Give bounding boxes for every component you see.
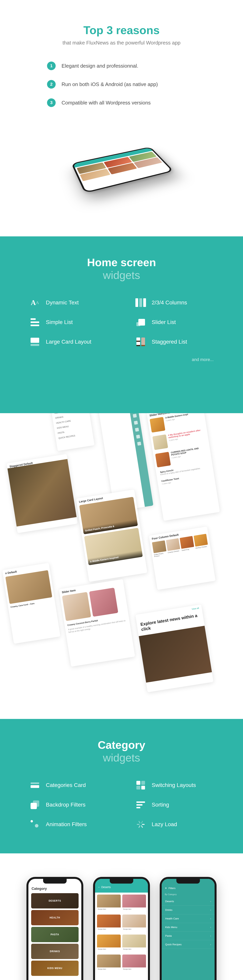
filter-item: Deserts› bbox=[162, 897, 214, 906]
section3-subtitle: widgets bbox=[103, 751, 140, 764]
filter-item: Health Care› bbox=[162, 914, 214, 923]
feature-staggered: Staggered List bbox=[135, 336, 214, 347]
backdrop-icon bbox=[29, 799, 40, 810]
categories-card-icon bbox=[29, 780, 40, 791]
top-reasons-section: Top 3 reasons that make FluxNews as the … bbox=[0, 0, 243, 236]
reason-3-text: Compatible with all Wordpress versions bbox=[62, 100, 151, 106]
screen-title: Filters bbox=[168, 887, 175, 889]
feature-sorting: Sorting bbox=[135, 799, 214, 810]
category-phones-row: Category DESERTS HEALTH PASTA DRINKS KID… bbox=[0, 853, 243, 980]
feature-columns: 2/3/4 Columns bbox=[135, 297, 214, 308]
feature-label: Dynamic Text bbox=[46, 299, 79, 306]
columns-icon bbox=[135, 297, 146, 308]
badge-1: 1 bbox=[47, 62, 56, 70]
reason-2: 2 Run on both iOS & Android (as native a… bbox=[47, 80, 196, 89]
category-widgets-section: Category widgets Categories Card Switchi… bbox=[0, 719, 243, 853]
spinner-icon bbox=[135, 819, 146, 830]
reason-2-text: Run on both iOS & Android (as native app… bbox=[62, 81, 158, 88]
and-more-label: and more... bbox=[29, 357, 214, 362]
badge-3: 3 bbox=[47, 99, 56, 107]
list-icon bbox=[29, 317, 40, 328]
phone-category-grid: ← Deserts Recipe item Recipe item Recipe… bbox=[93, 877, 150, 980]
feature-slider-list: Slider List bbox=[135, 317, 214, 328]
card-slider-item: Slider Item Creamy Coconut Berry Parfait… bbox=[59, 579, 135, 667]
switching-icon bbox=[135, 780, 146, 791]
feature-label: Slider List bbox=[152, 319, 176, 325]
widgets-collage: My Wishlist Logout BY CATEGORY DESERTS D… bbox=[0, 413, 243, 719]
filter-item: Quick Recipes› bbox=[162, 940, 214, 949]
feature-label: Categories Card bbox=[46, 782, 86, 788]
card-menu-drawer: My Wishlist Logout BY CATEGORY DESERTS D… bbox=[49, 413, 95, 451]
feature-dynamic-text: AA Dynamic Text bbox=[29, 297, 108, 308]
feature-simple-list: Simple List bbox=[29, 317, 108, 328]
feature-lazy-load: Lazy Load bbox=[135, 819, 214, 830]
category-row: KIDS MENU bbox=[31, 961, 79, 976]
card-four-column: Four Column Default Grilled Peach, Prosc… bbox=[149, 527, 216, 590]
reason-1-text: Elegant design and professionnal. bbox=[62, 63, 138, 69]
reason-1: 1 Elegant design and professionnal. bbox=[47, 62, 196, 70]
section2-title: Home screen bbox=[87, 256, 156, 269]
category-row: DESERTS bbox=[31, 893, 79, 908]
feature-label: 2/3/4 Columns bbox=[152, 299, 187, 306]
large-card-icon bbox=[29, 336, 40, 347]
category-row: HEALTH bbox=[31, 910, 79, 925]
filter-item: Kids Menu› bbox=[162, 923, 214, 932]
section-label: By Category bbox=[162, 892, 214, 897]
home-features-grid: AA Dynamic Text 2/3/4 Columns Simple Lis… bbox=[29, 297, 214, 347]
feature-switching-layouts: Switching Layouts bbox=[135, 780, 214, 791]
home-widgets-section: Home screen widgets AA Dynamic Text 2/3/… bbox=[0, 236, 243, 413]
animation-icon bbox=[29, 819, 40, 830]
staggered-icon bbox=[135, 336, 146, 347]
reason-3: 3 Compatible with all Wordpress versions bbox=[47, 99, 196, 107]
phone-filters: ✕ Filters By Category Deserts› Drinks› H… bbox=[160, 877, 216, 980]
filter-item: Drinks› bbox=[162, 906, 214, 914]
screen-title: Deserts bbox=[101, 886, 111, 889]
card-column-default: n Default Creamy, Cara Curd – Cara bbox=[2, 563, 60, 644]
card-staggered: Staggered Default bbox=[7, 454, 78, 533]
feature-label: Backdrop Filters bbox=[46, 802, 86, 808]
feature-label: Switching Layouts bbox=[152, 782, 196, 788]
filter-item: Pasta› bbox=[162, 932, 214, 940]
feature-label: Lazy Load bbox=[152, 821, 177, 827]
feature-categories-card: Categories Card bbox=[29, 780, 108, 791]
feature-animation-filters: Animation Filters bbox=[29, 819, 108, 830]
main-title: Top 3 reasons bbox=[84, 24, 160, 37]
section2-heading: Home screen widgets bbox=[87, 256, 156, 282]
hero-phone-mockup bbox=[55, 123, 188, 217]
phone-category-list: Category DESERTS HEALTH PASTA DRINKS KID… bbox=[27, 877, 83, 980]
feature-backdrop-filters: Backdrop Filters bbox=[29, 799, 108, 810]
feature-label: Large Card Layout bbox=[46, 339, 91, 345]
category-row: PASTA bbox=[31, 927, 79, 942]
section2-subtitle: widgets bbox=[103, 269, 140, 281]
section3-title: Category bbox=[98, 739, 145, 751]
category-features-grid: Categories Card Switching Layouts Backdr… bbox=[29, 780, 214, 830]
badge-2: 2 bbox=[47, 80, 56, 89]
main-subtitle: that make FluxNews as the powerful Wordp… bbox=[62, 40, 181, 46]
text-icon: AA bbox=[29, 297, 40, 308]
sort-icon bbox=[135, 799, 146, 810]
feature-label: Animation Filters bbox=[46, 821, 87, 827]
card-horizontal-list: Slider Horizontal Blog List A Middle Eas… bbox=[146, 413, 220, 521]
feature-label: Simple List bbox=[46, 319, 73, 325]
feature-label: Staggered List bbox=[152, 339, 187, 345]
category-row: DRINKS bbox=[31, 944, 79, 959]
feature-large-card: Large Card Layout bbox=[29, 336, 108, 347]
slider-icon bbox=[135, 317, 146, 328]
feature-label: Sorting bbox=[152, 802, 169, 808]
section3-heading: Category widgets bbox=[98, 738, 145, 764]
card-explore: View all Explore latest news within a cl… bbox=[135, 605, 213, 692]
